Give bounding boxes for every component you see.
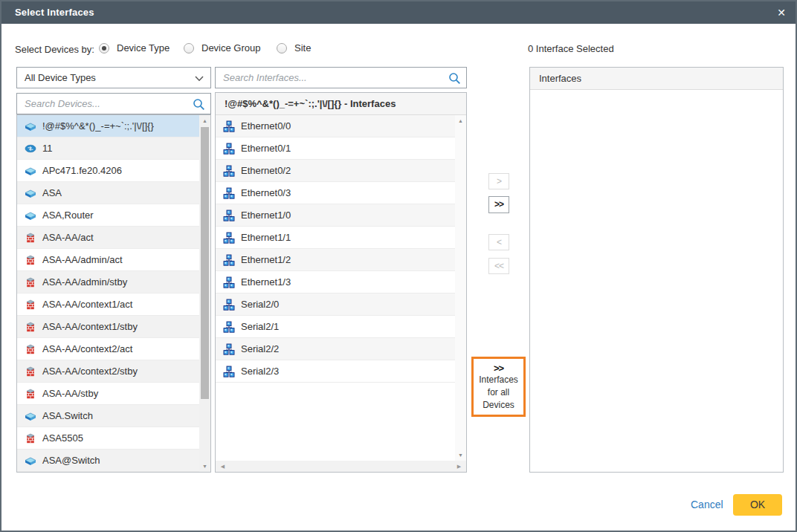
device-icon (25, 210, 36, 221)
interface-icon (223, 276, 235, 288)
interface-row[interactable]: Ethernet1/3 (216, 271, 466, 293)
device-name: ASA@Switch (42, 455, 100, 466)
interface-name: Ethernet1/2 (241, 254, 291, 265)
device-row[interactable]: ASA-AA/context2/stby (17, 360, 210, 383)
interface-name: Ethernet1/3 (241, 276, 291, 288)
firewall-icon (25, 321, 36, 333)
device-icon (25, 120, 36, 132)
move-left-button[interactable]: < (488, 234, 509, 250)
device-row[interactable]: ASA-AA/stby (17, 383, 210, 405)
device-type-dropdown[interactable]: All Device Types (16, 67, 211, 88)
interface-row[interactable]: Ethernet0/1 (216, 137, 466, 160)
device-name: ASA (42, 187, 62, 198)
interface-list-hscrollbar[interactable]: ◀ ▶ (216, 461, 466, 472)
device-row[interactable]: ASA-AA/admin/stby (17, 271, 210, 293)
interfaces-for-all-devices-button[interactable]: >> Interfaces for all Devices (474, 359, 523, 415)
interface-name: Ethernet1/1 (241, 232, 291, 243)
device-icon (25, 410, 36, 422)
scrollbar-thumb[interactable] (201, 127, 209, 399)
device-name: ASA,Router (42, 210, 94, 221)
interface-row[interactable]: Serial2/2 (216, 338, 466, 360)
device-icon (25, 321, 36, 333)
router-icon (25, 143, 36, 155)
move-all-right-button[interactable]: >> (488, 196, 509, 213)
device-list-scrollbar[interactable]: ▲ ▼ (199, 115, 210, 472)
scroll-down-icon[interactable]: ▼ (455, 450, 466, 461)
radio-icon (277, 43, 287, 53)
device-name: ASA-AA/context2/act (42, 343, 132, 354)
interface-list-panel: !@#$%^&*()_-=+~`:;.'|\/[]{} - Interfaces (215, 92, 467, 473)
device-name: ASA-AA/act (42, 232, 94, 243)
interface-row[interactable]: Serial2/1 (216, 316, 466, 338)
interface-row[interactable]: Serial2/0 (216, 293, 466, 316)
scroll-down-icon[interactable]: ▼ (199, 461, 210, 472)
interface-list-vscrollbar[interactable]: ▲ ▼ (455, 115, 466, 461)
move-right-button[interactable]: > (488, 173, 509, 189)
device-name: ASA5505 (42, 432, 83, 444)
interface-name: Ethernet1/0 (241, 210, 291, 221)
device-row[interactable]: ASA-AA/act (17, 227, 210, 249)
device-icon (25, 455, 36, 467)
device-row[interactable]: ASA-AA/context2/act (17, 338, 210, 360)
radio-label: Site (294, 42, 311, 53)
radio-device-type[interactable]: Device Type (99, 42, 170, 53)
device-row[interactable]: APc471.fe20.4206 (17, 160, 210, 182)
interface-row[interactable]: Ethernet1/1 (216, 227, 466, 249)
device-row[interactable]: ASA-AA/context1/stby (17, 316, 210, 338)
interface-row[interactable]: Ethernet0/2 (216, 160, 466, 182)
close-icon[interactable]: ✕ (777, 6, 786, 19)
interface-row[interactable]: Serial2/3 (216, 360, 466, 383)
device-row[interactable]: ASA-AA/context1/act (17, 293, 210, 316)
interface-name: Ethernet0/0 (241, 120, 291, 132)
device-row[interactable]: ASA.Switch (17, 405, 210, 427)
highlight-annotation: >> Interfaces for all Devices (471, 357, 526, 417)
interface-row[interactable]: Ethernet0/0 (216, 115, 466, 137)
select-interfaces-dialog: Select Interfaces ✕ Select Devices by: D… (0, 0, 797, 532)
device-row[interactable]: ASA (17, 182, 210, 204)
interface-row[interactable]: Ethernet1/0 (216, 204, 466, 227)
device-name: ASA-AA/context1/stby (42, 321, 138, 332)
device-row[interactable]: 11 (17, 137, 210, 160)
device-icon (25, 455, 36, 467)
device-row[interactable]: !@#$%^&*()_-=+~`:;.'|\/[]{} (17, 115, 210, 137)
device-row[interactable]: ASA@Switch (17, 450, 210, 472)
interface-icon (223, 120, 235, 132)
interface-icon (223, 321, 235, 333)
device-row[interactable]: ASA,Router (17, 204, 210, 227)
radio-label: Device Type (117, 42, 170, 53)
screen: Select Interfaces ✕ Select Devices by: D… (0, 0, 797, 532)
device-icon (25, 165, 36, 177)
select-devices-by-label: Select Devices by: (15, 44, 94, 55)
interface-icon (223, 165, 235, 177)
interface-icon (223, 343, 235, 355)
firewall-icon (25, 276, 36, 288)
scroll-right-icon[interactable]: ▶ (454, 461, 465, 472)
interface-row[interactable]: Ethernet0/3 (216, 182, 466, 204)
radio-site[interactable]: Site (277, 42, 311, 53)
device-search-input[interactable] (17, 94, 210, 114)
interface-icon (223, 299, 235, 311)
radio-device-group[interactable]: Device Group (184, 42, 260, 53)
ok-button[interactable]: OK (733, 494, 782, 516)
device-name: ASA-AA/context2/stby (42, 366, 138, 377)
radio-icon (184, 43, 194, 53)
interface-row[interactable]: Ethernet1/2 (216, 249, 466, 271)
device-list-panel: !@#$%^&*()_-=+~`:;.'|\/[]{} (16, 114, 211, 473)
firewall-icon (25, 343, 36, 355)
interface-rows: Ethernet0/0 (216, 115, 466, 383)
device-name: ASA.Switch (42, 410, 93, 421)
scroll-left-icon[interactable]: ◀ (217, 461, 228, 472)
interface-name: Serial2/2 (241, 343, 279, 354)
interface-search-input[interactable] (216, 68, 466, 88)
scroll-up-icon[interactable]: ▲ (199, 115, 210, 126)
interface-icon (223, 143, 235, 155)
device-row[interactable]: ASA-AA/admin/act (17, 249, 210, 271)
device-row[interactable]: ASA5505 (17, 427, 210, 450)
scroll-up-icon[interactable]: ▲ (455, 115, 466, 126)
cancel-button[interactable]: Cancel (691, 499, 723, 510)
device-icon (25, 187, 36, 199)
move-all-left-button[interactable]: << (488, 258, 509, 274)
device-search-box (16, 93, 211, 114)
device-icon (25, 210, 36, 221)
firewall-icon (25, 432, 36, 444)
